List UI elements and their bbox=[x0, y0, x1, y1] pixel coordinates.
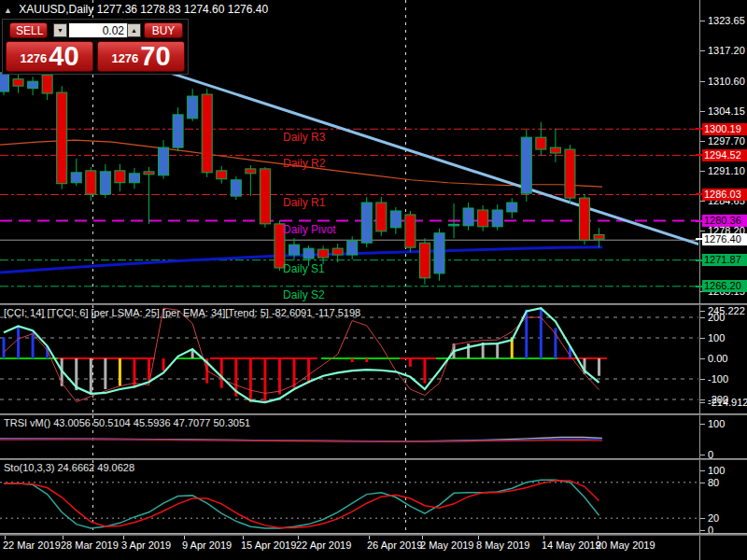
axis-tick-mark bbox=[700, 402, 705, 403]
price-badge-tick bbox=[696, 238, 702, 240]
candle-body bbox=[289, 245, 300, 255]
candle-body bbox=[361, 203, 372, 243]
pivot-level-label: Daily S2 bbox=[283, 288, 325, 301]
axis-tick-mark bbox=[700, 399, 705, 400]
cci-tick-label: 0.00 bbox=[708, 353, 727, 364]
date-label: 26 Apr 2019 bbox=[367, 539, 422, 551]
price-scale[interactable]: 1323.651317.201310.601304.151297.701291.… bbox=[699, 0, 747, 560]
date-label: 15 Apr 2019 bbox=[241, 539, 296, 551]
candle-body bbox=[536, 137, 546, 149]
candle-body bbox=[390, 211, 401, 228]
price-badge-tick bbox=[696, 286, 702, 287]
axis-tick-mark bbox=[700, 379, 705, 380]
price-badge-daily-s1: 1271.87 bbox=[702, 254, 747, 266]
candle-body bbox=[71, 173, 81, 183]
sell-button[interactable]: SELL bbox=[9, 22, 48, 38]
candle-body bbox=[86, 171, 96, 194]
sell-price-button[interactable]: 1276 40 bbox=[6, 41, 93, 72]
descending-trendline[interactable] bbox=[152, 67, 698, 245]
candle bbox=[173, 107, 183, 151]
date-tick-mark bbox=[298, 536, 299, 539]
cci-indicator-label: [CCI: 14] [TCCI: 6] [per LSMA: 25] [per … bbox=[4, 307, 360, 318]
candle-body bbox=[13, 79, 23, 86]
candle-body bbox=[303, 248, 314, 259]
candle-body bbox=[246, 169, 256, 174]
candle-body bbox=[57, 92, 67, 184]
axis-tick-mark bbox=[700, 358, 705, 359]
axis-tick-mark bbox=[700, 311, 705, 312]
candle bbox=[463, 203, 473, 231]
sto-tick-label: 80 bbox=[708, 477, 719, 488]
volume-input[interactable] bbox=[68, 22, 128, 38]
candle-body bbox=[129, 174, 139, 183]
buy-price-button[interactable]: 1276 70 bbox=[97, 41, 185, 72]
axis-tick-mark bbox=[700, 111, 705, 112]
date-tick-mark bbox=[478, 536, 479, 539]
price-badge-tick bbox=[696, 259, 702, 261]
volume-increase-button[interactable]: ▲ bbox=[127, 23, 141, 37]
cci-tick-label: -100 bbox=[708, 373, 728, 385]
chart-symbol-period: XAUUSD,Daily bbox=[19, 3, 93, 16]
candle-body bbox=[231, 180, 241, 196]
axis-tick-mark bbox=[700, 455, 705, 455]
candle-body bbox=[28, 81, 38, 88]
candle-body bbox=[188, 96, 198, 119]
axis-tick-mark bbox=[700, 141, 705, 142]
candle-body bbox=[100, 172, 110, 194]
pivot-level-label: Daily Pivot bbox=[283, 223, 336, 236]
date-tick-mark bbox=[369, 536, 370, 539]
candle bbox=[159, 140, 169, 179]
candle-body bbox=[550, 147, 560, 153]
price-badge-daily-r2: 1294.52 bbox=[702, 149, 747, 161]
candle bbox=[13, 72, 23, 92]
price-badge-last-price: 1276.40 bbox=[702, 233, 747, 245]
candle bbox=[144, 167, 154, 224]
date-tick-mark bbox=[123, 536, 124, 539]
sto-tick-label: 100 bbox=[708, 465, 725, 476]
candle bbox=[86, 167, 96, 201]
axis-tick-mark bbox=[700, 338, 705, 339]
axis-tick-mark bbox=[700, 424, 705, 425]
candle bbox=[361, 197, 372, 247]
price-tick-label: 1310.60 bbox=[708, 76, 745, 87]
candle-body bbox=[217, 171, 227, 179]
volume-decrease-button[interactable]: ▼ bbox=[53, 23, 67, 37]
time-scale[interactable]: 22 Mar 201928 Mar 20193 Apr 20199 Apr 20… bbox=[0, 536, 699, 560]
buy-price-base: 1276 bbox=[111, 49, 138, 69]
candle-body bbox=[449, 224, 459, 226]
date-label: 3 Apr 2019 bbox=[121, 539, 171, 551]
panel-divider[interactable] bbox=[0, 303, 747, 305]
date-label: 20 May 2019 bbox=[596, 539, 655, 551]
chart-symbol-icon: ▲ bbox=[4, 6, 12, 15]
axis-tick-mark bbox=[700, 317, 705, 318]
price-badge-tick bbox=[696, 128, 702, 130]
date-label: 9 Apr 2019 bbox=[182, 539, 232, 551]
candle-body bbox=[42, 75, 52, 93]
candle-body bbox=[434, 233, 444, 273]
candle-body bbox=[507, 203, 517, 212]
panel-divider[interactable] bbox=[0, 458, 747, 460]
price-badge-tick bbox=[696, 154, 702, 156]
pivot-level-label: Daily R2 bbox=[283, 157, 325, 170]
axis-tick-mark bbox=[700, 530, 705, 531]
panel-divider[interactable] bbox=[0, 413, 747, 415]
buy-button[interactable]: BUY bbox=[144, 22, 183, 38]
candle bbox=[129, 168, 139, 189]
price-tick-label: 1297.70 bbox=[708, 135, 745, 147]
date-tick-mark bbox=[598, 536, 599, 539]
trade-panel-price-row: 1276 40 1276 70 bbox=[6, 41, 185, 72]
cci-indicator-panel[interactable] bbox=[0, 305, 698, 413]
axis-tick-mark bbox=[700, 470, 705, 471]
candle bbox=[260, 167, 270, 228]
panel-divider[interactable] bbox=[0, 533, 747, 536]
axis-tick-mark bbox=[700, 171, 705, 172]
pivot-level-label: Daily S1 bbox=[283, 262, 325, 275]
candle-body bbox=[463, 208, 473, 226]
candle-body bbox=[318, 249, 329, 258]
axis-tick-mark bbox=[700, 81, 705, 82]
sto-tick-label: 20 bbox=[708, 512, 719, 524]
date-label: 22 Mar 2019 bbox=[3, 539, 61, 551]
candle-body bbox=[521, 137, 531, 193]
one-click-trading-panel: SELL ▼ ▲ BUY 1276 40 1276 70 bbox=[2, 19, 189, 75]
candle bbox=[434, 229, 444, 281]
